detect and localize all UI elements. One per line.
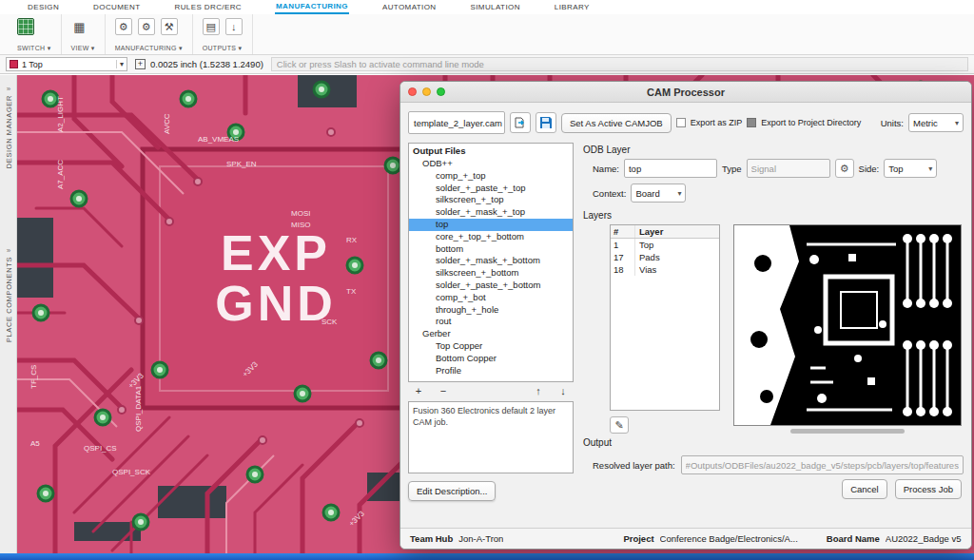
dialog-titlebar[interactable]: CAM Processor (400, 82, 971, 103)
resolved-path-input (681, 455, 964, 474)
save-camjob-button[interactable] (536, 112, 556, 133)
export-zip-label: Export as ZIP (691, 118, 743, 127)
load-camjob-button[interactable] (510, 112, 531, 133)
set-active-camjob-button[interactable]: Set As Active CAMJOB (561, 113, 672, 133)
svg-text:A5: A5 (30, 439, 40, 448)
tree-item[interactable]: silkscreen_+_bottom (409, 267, 573, 280)
export-zip-checkbox[interactable] (676, 118, 686, 127)
tree-item[interactable]: Top Copper (409, 340, 573, 353)
toolbar-group-manufacturing-label[interactable]: MANUFACTURING ▾ (115, 45, 183, 52)
output-doc-icon[interactable]: ▤ (203, 18, 220, 35)
layer-select-value: 1 Top (22, 60, 43, 69)
menu-design[interactable]: DESIGN (27, 1, 60, 13)
tree-item-odb[interactable]: ODB++ (409, 158, 573, 170)
edit-layers-button[interactable]: ✎ (610, 416, 629, 434)
layer-select[interactable]: 1 Top ▾ (6, 57, 127, 71)
export-project-dir-checkbox[interactable] (747, 118, 756, 127)
switch-board-icon[interactable] (17, 18, 34, 35)
silkscreen-text-line1: EXP (221, 225, 331, 280)
toolbar-group-switch-label[interactable]: SWITCH ▾ (17, 45, 51, 52)
tree-item[interactable]: solder_+_paste_+_bottom (409, 280, 573, 292)
tools-icon[interactable]: ⚒ (161, 18, 178, 35)
tree-item[interactable]: rout (409, 316, 573, 328)
context-select[interactable]: Board ▾ (631, 183, 686, 203)
toolbar-group-outputs-label[interactable]: OUTPUTS ▾ (203, 45, 243, 52)
left-panel-strip: » DESIGN MANAGER » PLACE COMPONENTS (0, 75, 17, 560)
menu-simulation[interactable]: SIMULATION (470, 1, 521, 13)
units-select[interactable]: Metric ▾ (908, 113, 964, 132)
layer-name-input[interactable] (624, 159, 717, 178)
tree-item[interactable]: solder_+_paste_+_top (409, 183, 573, 195)
svg-text:A2_LIGHT: A2_LIGHT (56, 96, 65, 132)
move-up-button[interactable]: ↑ (532, 385, 545, 396)
close-icon[interactable] (408, 87, 417, 96)
gear-icon[interactable]: ⚙ (835, 159, 854, 178)
minimize-icon[interactable] (422, 87, 431, 96)
tree-item[interactable]: comp_+_bot (409, 292, 573, 304)
tree-item[interactable]: Profile (409, 365, 573, 377)
tree-item[interactable]: bottom (409, 243, 573, 256)
open-file-icon (514, 116, 527, 129)
menu-library[interactable]: LIBRARY (554, 1, 591, 13)
tree-item[interactable]: Bottom Copper (409, 353, 573, 365)
menu-rules-drc-erc[interactable]: RULES DRC/ERC (174, 1, 244, 13)
grid-view-icon[interactable]: ▦ (71, 18, 88, 35)
app-menubar: DESIGN DOCUMENT RULES DRC/ERC MANUFACTUR… (0, 0, 974, 14)
edit-description-button[interactable]: Edit Description... (408, 481, 496, 501)
job-description-box[interactable]: Fusion 360 Electronics default 2 layer C… (408, 401, 574, 473)
svg-text:MOSI: MOSI (291, 209, 310, 218)
tree-item[interactable]: solder_+_mask_+_bottom (409, 255, 573, 267)
layer-color-swatch (10, 60, 18, 68)
tree-item[interactable]: silkscreen_+_top (409, 194, 573, 206)
process-job-button[interactable]: Process Job (895, 479, 962, 499)
col-num: # (611, 225, 635, 238)
tree-item[interactable]: solder_+_mask_+_top (409, 206, 573, 219)
dialog-title: CAM Processor (647, 87, 725, 98)
svg-text:AB_VMEAS: AB_VMEAS (198, 135, 239, 144)
design-manager-tab[interactable]: » DESIGN MANAGER (0, 85, 17, 168)
drc-gear-icon[interactable]: ⚙ (138, 18, 155, 35)
window-bottom-bar (0, 553, 974, 560)
preview-scrollbar[interactable] (790, 429, 905, 434)
place-components-tab[interactable]: » PLACE COMPONENTS (0, 246, 17, 342)
layer-row-pads[interactable]: 17 Pads (611, 251, 719, 263)
tree-item-selected[interactable]: top (409, 219, 573, 231)
team-hub-value: Jon-A-Tron (458, 533, 503, 544)
zoom-icon[interactable] (437, 87, 445, 96)
svg-text:A7_ACC: A7_ACC (56, 160, 65, 189)
tree-item[interactable]: through_+_hole (409, 304, 573, 317)
side-label: Side: (859, 164, 880, 174)
menu-automation[interactable]: AUTOMATION (381, 1, 438, 13)
svg-text:SPK_EN: SPK_EN (226, 160, 257, 168)
layer-row-top[interactable]: 1 Top (611, 239, 719, 251)
add-output-button[interactable]: + (412, 385, 425, 396)
svg-text:MISO: MISO (291, 221, 310, 229)
svg-text:QSPI_DATA1: QSPI_DATA1 (134, 385, 143, 432)
ribbon-toolbar: SWITCH ▾ ▦ VIEW ▾ ⚙ ⚙ ⚒ MANUFACTURING ▾ … (0, 14, 974, 55)
component-chip (158, 486, 226, 518)
project-label: Project (623, 533, 653, 544)
move-down-button[interactable]: ↓ (556, 385, 570, 396)
tree-item[interactable]: core_+_top_+_bottom (409, 231, 573, 243)
cancel-button[interactable]: Cancel (842, 479, 887, 499)
menu-manufacturing[interactable]: MANUFACTURING (275, 0, 349, 14)
tree-item-gerber[interactable]: Gerber (409, 328, 573, 340)
side-select[interactable]: Top ▾ (884, 159, 937, 178)
command-line-input[interactable] (271, 57, 968, 71)
toolbar-group-view-label[interactable]: VIEW ▾ (71, 45, 95, 52)
workspace: » DESIGN MANAGER » PLACE COMPONENTS (0, 75, 974, 560)
svg-text:TF_CS: TF_CS (29, 365, 38, 389)
crosshair-icon: + (135, 59, 146, 69)
cam-gear-icon[interactable]: ⚙ (115, 18, 132, 35)
remove-output-button[interactable]: − (437, 385, 450, 396)
menu-document[interactable]: DOCUMENT (92, 1, 141, 13)
layers-table[interactable]: # Layer 1 Top 17 Pads (610, 224, 720, 411)
camjob-file-field[interactable]: template_2_layer.cam (408, 111, 505, 134)
chevron-down-icon: ▾ (955, 119, 959, 127)
dialog-footer: Team Hub Jon-A-Tron Project Conference B… (400, 528, 971, 549)
cursor-coordinates: + 0.0025 inch (1.5238 1.2490) (135, 59, 263, 69)
layer-row-vias[interactable]: 18 Vias (611, 263, 719, 276)
tree-item[interactable]: comp_+_top (409, 170, 573, 183)
output-export-icon[interactable]: ↓ (225, 18, 243, 35)
chevron-down-icon: ▾ (677, 189, 681, 198)
